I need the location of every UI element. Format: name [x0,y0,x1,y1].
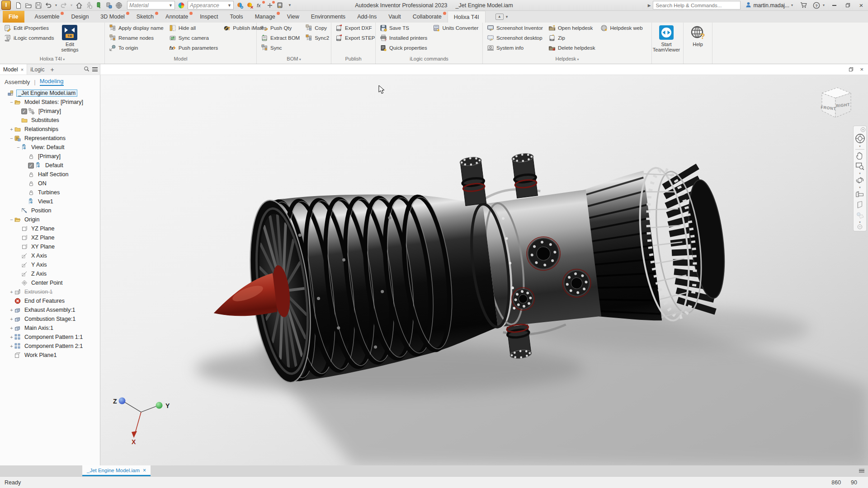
expander-minus-icon[interactable]: − [9,136,14,141]
btn-export-step[interactable]: STPExport STEP [333,33,377,43]
tree-item-label[interactable]: [Primary] [37,153,62,160]
btn-delete-helpdesk[interactable]: Delete helpdesk [546,43,598,53]
viewport-3d[interactable]: FRONT RIGHT ▾ ▾ ▾ ▾ [100,75,868,465]
navigation-wheel-icon[interactable] [854,133,866,144]
tree-item-label[interactable]: Position [30,207,52,214]
tab-list-icon[interactable] [859,469,864,473]
presentation-icon[interactable] [276,1,284,9]
ribbon-tab-3d-model[interactable]: 3D Model [94,11,131,23]
panel-label[interactable]: BOM ▾ [257,54,331,64]
save-icon[interactable] [34,1,42,9]
expander-minus-icon[interactable]: − [15,145,21,150]
btn-export-dxf[interactable]: DXFExport DXF [333,23,377,33]
ribbon-tab-manage[interactable]: Manage [249,11,281,23]
btn-to-origin[interactable]: To origin [106,43,166,53]
tree-item-label[interactable]: Component Pattern 2:1 [23,343,84,349]
inventor-app-icon[interactable]: I [1,0,11,10]
tree-item-label[interactable]: Z Axis [30,271,48,277]
component-update-icon[interactable] [95,1,103,9]
tree-item-jet-engine-model-iam[interactable]: _Jet Engine Model.iam [0,89,100,98]
undo-icon[interactable] [44,1,52,9]
tree-item-extrusion-1[interactable]: +Extrusion 1 [0,287,100,296]
navwheel-dropdown-icon[interactable]: ▾ [859,145,861,148]
qat-dropdown-icon[interactable]: ▼ [286,1,294,9]
close-button[interactable]: × [854,0,868,10]
close-icon[interactable]: × [21,67,24,72]
panel-label[interactable]: Helpdesk ▾ [483,54,651,64]
tree-item-label[interactable]: X Axis [30,253,48,259]
ribbon-tab-tools[interactable]: Tools [224,11,249,23]
tree-item-label[interactable]: ON [37,180,48,187]
btn-sync[interactable]: Sync [258,43,302,53]
expander-plus-icon[interactable]: + [9,127,14,132]
tree-item-label[interactable]: XZ Plane [30,235,56,241]
expander-plus-icon[interactable]: + [9,335,14,340]
clamp-icon[interactable] [105,1,113,9]
ribbon-tab-environments[interactable]: Environments [305,11,351,23]
appearance-clear-icon[interactable] [246,1,254,9]
redo-icon[interactable] [60,1,68,9]
tree-item-label[interactable]: View1 [37,198,55,205]
tree-item-label[interactable]: Main Axis:1 [23,325,55,331]
mode-assembly[interactable]: Assembly [5,79,30,85]
btn-help[interactable]: ?Help [685,23,711,54]
appearance-dropdown[interactable]: Appearance▼ [188,1,234,9]
btn-copy[interactable]: Copy [302,23,332,33]
tree-item-y-axis[interactable]: Y Axis [0,260,100,269]
btn-installed-printers[interactable]: ?Installed printers [377,33,430,43]
tree-item-on[interactable]: ON [0,179,100,188]
home-icon[interactable] [75,1,83,9]
browser-menu-icon[interactable] [92,67,98,71]
ribbon-tab-holixa-t4i[interactable]: Holixa T4I [448,11,486,23]
tree-item-work-plane1[interactable]: Work Plane1 [0,351,100,360]
help-search-input[interactable]: Search Help & Commands... [653,1,741,9]
view-face-icon[interactable] [854,200,866,210]
tree-item-model-states-primary[interactable]: −Model States: [Primary] [0,98,100,107]
navbar-close-icon[interactable] [854,127,866,132]
tree-item-label[interactable]: Origin [23,216,41,223]
tree-item-yz-plane[interactable]: YZ Plane [0,224,100,233]
expander-minus-icon[interactable]: − [9,100,14,105]
btn-apply-display-name[interactable]: Apply display name [106,23,166,33]
tree-item-label[interactable]: Relationships [23,126,60,132]
btn-start-teamviewer[interactable]: Start TeamViewer [653,23,679,54]
ribbon-tab-annotate[interactable]: Annotate [160,11,194,23]
panel-dropdown-icon[interactable]: ▾ [298,57,301,61]
btn-quick-properties[interactable]: Quick properties [377,43,430,53]
doc-close-icon[interactable]: × [860,66,863,73]
tree-item-label[interactable]: Component Pattern 1:1 [23,334,84,340]
btn-edit-iproperties[interactable]: Edit iProperties [1,23,57,33]
tree-item-view1[interactable]: View1 [0,197,100,206]
undo-dropdown-icon[interactable]: ▾ [54,1,58,9]
panel-dropdown-icon[interactable]: ▾ [576,57,579,61]
btn-rename-nodes[interactable]: Rename nodes [106,33,166,43]
add-browser-tab-button[interactable]: + [47,64,57,75]
checkbox-checked-icon[interactable]: ✓ [21,108,27,114]
tree-item-representations[interactable]: −Representations [0,134,100,143]
tree-item-label[interactable]: XY Plane [30,244,56,250]
ribbon-tab-vault[interactable]: Vault [382,11,407,23]
navbar-collapse-icon[interactable] [854,224,866,230]
collapse-dropdown-icon[interactable]: ▾ [506,14,508,19]
ribbon-tab-add-ins[interactable]: Add-Ins [351,11,382,23]
panel-dropdown-icon[interactable]: ▾ [62,57,65,61]
tree-item-label[interactable]: Turbines [37,189,61,196]
btn-zip[interactable]: ZIPZip [546,33,598,43]
tree-item-xy-plane[interactable]: XY Plane [0,242,100,251]
material-dropdown[interactable]: Material▼ [127,1,175,9]
tree-item-exhaust-assembly-1[interactable]: +Exhaust Assembly:1 [0,305,100,314]
tree-item-label[interactable]: Work Plane1 [23,352,58,358]
checkbox-checked-icon[interactable]: ✓ [28,163,34,169]
mode-modeling[interactable]: Modeling [40,78,64,86]
tree-item-label[interactable]: End of Features [23,298,66,304]
tree-item-label[interactable]: YZ Plane [30,225,56,232]
ribbon-tab-sketch[interactable]: Sketch [131,11,160,23]
help-menu-icon[interactable]: ? [813,2,820,9]
btn-hide-all[interactable]: Hide all [166,23,221,33]
tree-item-origin[interactable]: −Origin [0,215,100,224]
ribbon-collapse-control[interactable]: ▲▾ [495,11,508,23]
style-dropdown-icon[interactable]: ▾ [859,221,861,224]
restore-button[interactable] [841,0,854,10]
btn-push-qty[interactable]: #Push Qty [258,23,302,33]
search-expand-icon[interactable]: ▶ [648,3,651,8]
